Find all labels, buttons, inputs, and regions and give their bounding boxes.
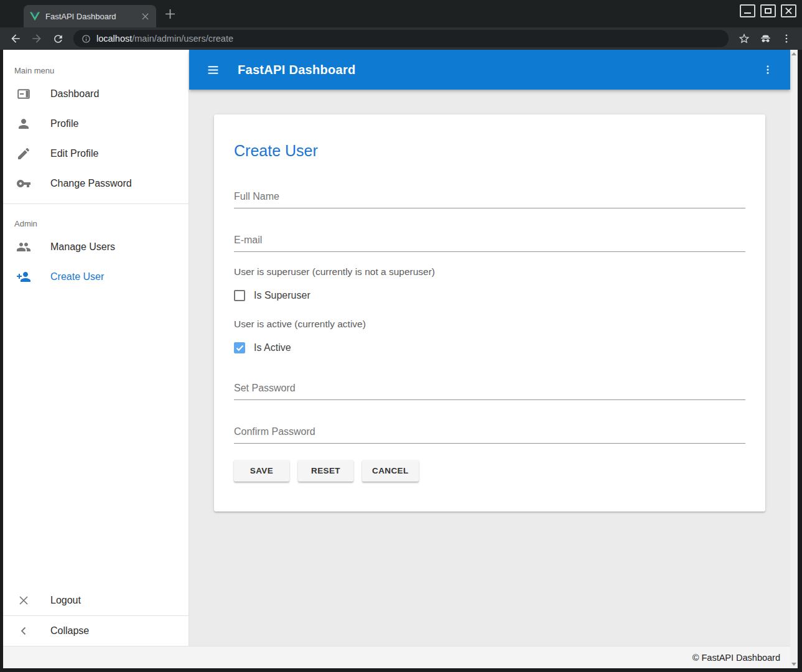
cancel-button[interactable]: CANCEL [362, 460, 419, 482]
scrollbar-down-button[interactable] [791, 663, 796, 666]
hamburger-menu-icon[interactable] [205, 62, 220, 77]
footer-copyright: © FastAPI Dashboard [692, 653, 780, 663]
sidebar-item-label: Dashboard [50, 88, 99, 100]
new-tab-button[interactable] [165, 9, 175, 19]
app-bar: FastAPI Dashboard [189, 50, 790, 90]
full-name-input[interactable] [234, 191, 745, 208]
forward-button[interactable] [26, 29, 47, 49]
sidebar-item-label: Logout [50, 595, 81, 606]
sidebar-item-manage-users[interactable]: Manage Users [3, 232, 189, 262]
sidebar-item-label: Edit Profile [50, 148, 98, 159]
is-active-label: Is Active [254, 342, 291, 353]
browser-titlebar: FastAPI Dashboard [0, 0, 802, 27]
key-icon [16, 176, 31, 191]
scrollbar-up-button[interactable] [791, 52, 796, 55]
dashboard-icon [16, 86, 31, 101]
chevron-left-icon [16, 623, 31, 638]
sidebar-item-edit-profile[interactable]: Edit Profile [3, 139, 189, 169]
active-hint: User is active (currently active) [234, 319, 745, 330]
address-bar[interactable]: localhost/main/admin/users/create [73, 30, 729, 47]
set-password-field-wrap [234, 383, 745, 400]
browser-toolbar: localhost/main/admin/users/create [0, 27, 802, 50]
back-button[interactable] [5, 29, 26, 49]
save-button[interactable]: SAVE [234, 460, 289, 482]
page-title: Create User [234, 142, 745, 160]
email-input[interactable] [234, 235, 745, 252]
form-buttons: SAVE RESET CANCEL [234, 460, 745, 482]
sidebar-item-label: Change Password [50, 178, 132, 189]
full-name-field-wrap [234, 191, 745, 208]
incognito-icon [755, 29, 776, 49]
reset-button[interactable]: RESET [298, 460, 353, 482]
browser-menu-button[interactable] [776, 29, 797, 49]
web-page: Main menu Dashboard [3, 50, 798, 668]
is-superuser-checkbox-row[interactable]: Is Superuser [234, 290, 310, 301]
sidebar-item-label: Manage Users [50, 241, 115, 253]
page-scrollbar[interactable] [790, 50, 798, 668]
appbar-menu-button[interactable] [760, 62, 775, 77]
main-content: Create User User is superuser (currently… [189, 90, 790, 646]
page-footer: © FastAPI Dashboard [3, 646, 790, 668]
sidebar-item-label: Create User [50, 271, 104, 282]
sidebar-item-change-password[interactable]: Change Password [3, 169, 189, 198]
people-icon [16, 240, 31, 254]
url-text: localhost/main/admin/users/create [96, 34, 233, 44]
browser-window: FastAPI Dashboard [0, 0, 802, 672]
person-add-icon [16, 269, 31, 284]
window-frame: Main menu Dashboard [0, 50, 802, 672]
create-user-card: Create User User is superuser (currently… [214, 114, 765, 511]
sidebar-item-create-user[interactable]: Create User [3, 262, 189, 292]
url-path: /main/admin/users/create [132, 34, 233, 44]
sidebar-bottom: Logout Collapse [3, 586, 189, 646]
reload-button[interactable] [47, 29, 68, 49]
sidebar-divider [3, 203, 189, 204]
confirm-password-input[interactable] [234, 426, 745, 444]
is-superuser-label: Is Superuser [254, 290, 310, 301]
sidebar-item-label: Collapse [50, 625, 89, 637]
email-field-wrap [234, 235, 745, 252]
set-password-input[interactable] [234, 383, 745, 400]
is-superuser-checkbox[interactable] [234, 290, 245, 301]
window-minimize-button[interactable] [740, 4, 755, 17]
site-info-button[interactable] [82, 34, 91, 44]
sidebar-caption-main: Main menu [3, 50, 189, 79]
is-active-checkbox-row[interactable]: Is Active [234, 342, 291, 353]
is-active-checkbox[interactable] [234, 342, 245, 353]
browser-tab[interactable]: FastAPI Dashboard [24, 5, 156, 27]
sidebar-item-label: Profile [50, 118, 78, 129]
close-icon [16, 593, 31, 608]
confirm-password-field-wrap [234, 426, 745, 444]
person-icon [16, 116, 31, 131]
superuser-hint: User is superuser (currently is not a su… [234, 266, 745, 278]
window-maximize-button[interactable] [760, 4, 776, 17]
sidebar-item-logout[interactable]: Logout [3, 586, 189, 615]
sidebar-caption-admin: Admin [3, 209, 189, 232]
pencil-icon [16, 146, 31, 161]
window-controls [740, 4, 796, 17]
tab-title: FastAPI Dashboard [45, 12, 134, 21]
sidebar: Main menu Dashboard [3, 50, 189, 646]
bookmark-star-icon[interactable] [734, 29, 755, 49]
url-host: localhost [96, 34, 132, 44]
window-close-button[interactable] [781, 4, 796, 17]
sidebar-item-profile[interactable]: Profile [3, 109, 189, 139]
vue-favicon-icon [30, 12, 40, 21]
tab-close-icon[interactable] [140, 11, 150, 21]
sidebar-item-collapse[interactable]: Collapse [3, 616, 189, 646]
sidebar-item-dashboard[interactable]: Dashboard [3, 79, 189, 109]
appbar-title: FastAPI Dashboard [238, 63, 760, 77]
